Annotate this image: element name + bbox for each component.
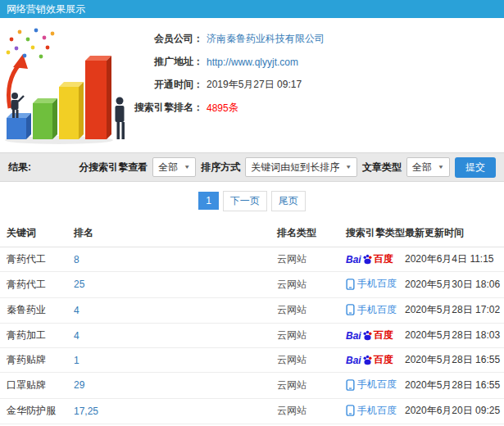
updated-cell: 2020年5月28日 17:02 — [398, 297, 504, 324]
keyword-cell-text: 膏药贴牌 — [7, 354, 46, 365]
updated-cell-text: 2020年5月28日 17:02 — [405, 304, 500, 315]
rank-type-cell-text: 云网站 — [277, 329, 306, 341]
info-value-link[interactable]: http://www.qlyyjt.com — [207, 57, 298, 68]
rank-cell-text[interactable]: 8 — [74, 254, 79, 265]
info-label: 开通时间： — [129, 78, 203, 92]
rank-cell: 25 — [67, 272, 270, 298]
rank-type-cell-text: 云网站 — [277, 253, 306, 265]
engine-cell: Bai百度 — [339, 247, 398, 272]
baidu-logo: Bai百度 — [346, 353, 393, 367]
keyword-cell: 金华防护服 — [0, 398, 67, 424]
column-header: 排名 — [67, 220, 270, 247]
baidu-logo-text-bai: Bai — [346, 355, 361, 366]
rank-type-cell-text: 云网站 — [277, 279, 306, 290]
table-row: 金华防护服17,25云网站手机百度2020年6月20日 09:25 — [0, 398, 504, 424]
mobile-baidu-logo: 手机百度 — [346, 277, 397, 291]
rank-cell-text[interactable]: 1 — [74, 355, 79, 366]
engine-filter-label: 分搜索引擎查看 — [79, 161, 148, 174]
engine-cell: Bai百度 — [339, 348, 398, 373]
updated-cell-text: 2020年6月4日 11:15 — [405, 253, 494, 265]
article-type-filter-label: 文章类型 — [362, 161, 402, 174]
article-type-filter-value: 全部 — [412, 161, 432, 174]
result-label: 结果: — [8, 161, 31, 174]
rankings-table: 关键词排名排名类型搜索引擎类型最新更新时间 膏药代工8云网站Bai百度2020年… — [0, 220, 504, 426]
engine-cell: 手机百度 — [339, 398, 398, 424]
growth-chart-illustration — [0, 23, 129, 152]
sort-filter-select[interactable]: 关键词由短到长排序 ▼ — [245, 157, 357, 177]
mobile-baidu-logo: 手机百度 — [346, 303, 397, 317]
info-row: 推广地址：http://www.qlyyjt.com — [129, 54, 325, 70]
updated-cell-text: 2020年5月30日 18:06 — [405, 279, 500, 290]
info-row: 搜索引擎排名：4895条 — [129, 100, 325, 116]
confetti-dots — [7, 29, 55, 59]
rank-cell-text[interactable]: 29 — [74, 379, 84, 391]
next-page-button[interactable]: 下一页 — [223, 191, 267, 211]
rank-type-cell: 云网站 — [270, 373, 339, 399]
updated-cell: 2020年5月28日 16:55 — [398, 348, 504, 373]
baidu-logo-text-du: 百度 — [374, 329, 393, 342]
phone-icon — [346, 405, 355, 416]
baidu-logo: Bai百度 — [346, 252, 393, 266]
chevron-down-icon: ▼ — [184, 164, 190, 170]
keyword-cell: 秦鲁药业 — [0, 297, 67, 324]
rank-type-cell: 云网站 — [270, 247, 339, 272]
info-label: 搜索引擎排名： — [129, 101, 203, 115]
table-header-row: 关键词排名排名类型搜索引擎类型最新更新时间 — [0, 220, 504, 247]
updated-cell-text: 2020年5月28日 16:55 — [405, 354, 500, 365]
keyword-cell: 膏药加工 — [0, 324, 67, 348]
rank-cell: 4 — [67, 324, 270, 348]
info-row: 开通时间：2019年5月27日 09:17 — [129, 77, 325, 93]
updated-cell-text: 2020年6月20日 09:25 — [405, 405, 500, 416]
page-1-button[interactable]: 1 — [198, 192, 219, 210]
rank-cell-text[interactable]: 17,25 — [74, 406, 98, 417]
table-body: 膏药代工8云网站Bai百度2020年6月4日 11:15膏药代工25云网站手机百… — [0, 247, 504, 426]
mobile-baidu-logo: 手机百度 — [346, 378, 397, 392]
rank-type-cell-text: 云网站 — [277, 405, 306, 416]
rank-cell-text[interactable]: 4 — [74, 305, 79, 316]
last-page-button[interactable]: 尾页 — [271, 191, 306, 211]
standing-figure — [116, 97, 125, 140]
keyword-cell-text: 膏药加工 — [7, 329, 46, 341]
rank-cell-text[interactable]: 4 — [74, 330, 79, 342]
updated-cell: 2020年5月28日 18:03 — [398, 324, 504, 348]
engine-filter-select[interactable]: 全部 ▼ — [152, 157, 196, 177]
mobile-baidu-label: 手机百度 — [357, 404, 397, 418]
engine-cell: Bai百度 — [339, 324, 398, 348]
keyword-cell: 膏药代工 — [0, 272, 67, 298]
rank-type-cell: 云网站 — [270, 297, 339, 324]
rank-cell: 8 — [67, 247, 270, 272]
article-type-filter-select[interactable]: 全部 ▼ — [406, 157, 450, 177]
keyword-cell-text: 金华防护服 — [7, 405, 56, 416]
sort-filter-label: 排序方式 — [201, 161, 240, 174]
rank-cell-text[interactable]: 25 — [74, 279, 84, 290]
updated-cell-text: 2020年5月28日 18:03 — [405, 329, 500, 341]
rank-cell: 1 — [67, 348, 270, 373]
engine-cell: 手机百度 — [339, 297, 398, 324]
baidu-paw-icon — [362, 355, 373, 365]
table-row: 膏药加工4云网站Bai百度2020年5月28日 18:03 — [0, 324, 504, 348]
column-header: 排名类型 — [270, 220, 339, 247]
info-value: 2019年5月27日 09:17 — [207, 78, 302, 92]
rank-type-cell-text: 云网站 — [277, 379, 306, 391]
submit-button[interactable]: 提交 — [455, 157, 496, 178]
info-value-link[interactable]: 济南秦鲁药业科技有限公司 — [207, 32, 325, 46]
info-value: 4895 — [207, 102, 229, 114]
mobile-baidu-label: 手机百度 — [357, 277, 397, 291]
updated-cell: 2020年5月28日 16:55 — [398, 373, 504, 399]
baidu-logo-text-bai: Bai — [346, 254, 361, 265]
marketing-report-page: 网络营销效果展示 — [0, 0, 504, 426]
table-row: 膏药代工8云网站Bai百度2020年6月4日 11:15 — [0, 247, 504, 272]
engine-filter-value: 全部 — [158, 161, 178, 174]
rank-cell: 17,25 — [67, 398, 270, 424]
engine-cell: 手机百度 — [339, 272, 398, 298]
growth-chart-image — [0, 23, 127, 146]
table-row: 膏药代工25云网站手机百度2020年5月30日 18:06 — [0, 272, 504, 298]
baidu-paw-icon — [362, 330, 373, 341]
column-header: 最新更新时间 — [398, 220, 504, 247]
table-row: 口罩贴牌29云网站手机百度2020年5月28日 16:55 — [0, 373, 504, 399]
info-label: 会员公司： — [129, 32, 203, 46]
keyword-cell: 口罩贴牌 — [0, 373, 67, 399]
column-header: 关键词 — [0, 220, 67, 247]
baidu-logo-text-du: 百度 — [374, 353, 393, 367]
baidu-logo-text-bai: Bai — [346, 330, 361, 342]
